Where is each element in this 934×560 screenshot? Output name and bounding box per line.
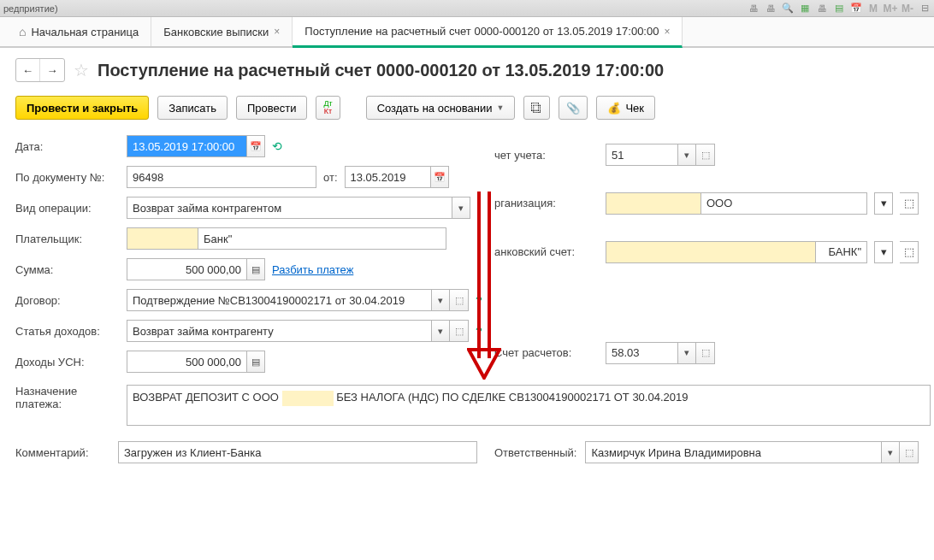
left-form: Дата: 13.05.2019 17:00:00 📅 ⟲ По докумен… xyxy=(15,135,477,373)
refresh-icon[interactable]: ⟲ xyxy=(272,139,282,153)
dropdown-icon[interactable]: ▾ xyxy=(431,320,450,342)
dropdown-icon[interactable]: ▾ xyxy=(677,342,696,364)
nav-buttons: ← → xyxy=(15,58,65,82)
tab-document[interactable]: Поступление на расчетный счет 0000-00012… xyxy=(293,17,683,48)
org-input[interactable]: ООО xyxy=(701,192,867,215)
account-input[interactable]: 51 xyxy=(606,144,677,166)
dropdown-icon[interactable]: ▾ xyxy=(874,192,893,215)
docnum-input[interactable]: 96498 xyxy=(127,166,316,188)
m-minus-icon[interactable]: M- xyxy=(901,3,913,15)
tab-bank-statements[interactable]: Банковские выписки × xyxy=(151,17,293,46)
min-icon[interactable]: ⊟ xyxy=(919,3,931,15)
forward-button[interactable]: → xyxy=(40,59,64,81)
open-icon[interactable]: ⬚ xyxy=(696,144,715,166)
responsible-label: Ответственный: xyxy=(494,446,576,459)
favorite-icon[interactable]: ☆ xyxy=(74,60,89,80)
right-form: чет учета: 51 ▾ ⬚ рганизация: ООО ▾ ⬚ ан… xyxy=(494,135,919,373)
open-icon[interactable]: ⬚ xyxy=(900,192,919,215)
dropdown-icon[interactable]: ▾ xyxy=(677,144,696,166)
usn-input[interactable]: 500 000,00 xyxy=(127,351,246,373)
back-button[interactable]: ← xyxy=(16,59,40,81)
sum-label: Сумма: xyxy=(15,263,118,276)
system-icons: 🖶 🖶 🔍 ▦ 🖶 ▤ 📅 M M+ M- ⊟ xyxy=(748,3,931,15)
attach-button[interactable]: 📎 xyxy=(559,96,588,120)
grid-icon[interactable]: ▦ xyxy=(799,3,811,15)
close-icon[interactable]: × xyxy=(274,26,280,38)
home-icon: ⌂ xyxy=(19,25,26,38)
comment-label: Комментарий: xyxy=(15,446,109,459)
post-and-close-button[interactable]: Провести и закрыть xyxy=(15,96,149,120)
sum-input[interactable]: 500 000,00 xyxy=(127,258,246,280)
date-input[interactable]: 13.05.2019 17:00:00 xyxy=(127,135,246,157)
print2-icon[interactable]: 🖶 xyxy=(765,3,777,15)
split-payment-link[interactable]: Разбить платеж xyxy=(272,263,353,276)
cheque-label: Чек xyxy=(625,102,644,115)
help-icon[interactable]: ? xyxy=(476,294,482,307)
dropdown-icon[interactable]: ▾ xyxy=(452,197,470,219)
save-button[interactable]: Записать xyxy=(157,96,228,120)
responsible-input[interactable]: Казмирчук Ирина Владимировна xyxy=(585,441,881,463)
open-icon[interactable]: ⬚ xyxy=(450,289,469,311)
calc-icon[interactable]: ▤ xyxy=(246,258,265,280)
account-label: чет учета: xyxy=(494,149,597,162)
bank-masked xyxy=(606,241,816,263)
dropdown-icon[interactable]: ▾ xyxy=(431,289,450,311)
m-plus-icon[interactable]: M+ xyxy=(884,3,896,15)
org-label: рганизация: xyxy=(494,197,597,209)
title-bar: редприятие) 🖶 🖶 🔍 ▦ 🖶 ▤ 📅 M M+ M- ⊟ xyxy=(0,0,934,17)
income-label: Статья доходов: xyxy=(15,325,118,338)
usn-label: Доходы УСН: xyxy=(15,356,118,368)
print3-icon[interactable]: 🖶 xyxy=(816,3,828,15)
dropdown-icon[interactable]: ▾ xyxy=(881,441,900,463)
print-icon[interactable]: 🖶 xyxy=(748,3,760,15)
date-label: Дата: xyxy=(15,140,118,153)
org-masked xyxy=(606,192,701,215)
date-picker-icon[interactable]: 📅 xyxy=(430,166,449,188)
payer-masked xyxy=(127,227,198,250)
cheque-icon: 💰 xyxy=(607,102,621,115)
contract-input[interactable]: Подтверждение №СВ13004190002171 от 30.04… xyxy=(127,289,431,311)
purpose-textarea[interactable]: ВОЗВРАТ ДЕПОЗИТ С ООО БЕЗ НАЛОГА (НДС) П… xyxy=(127,385,931,426)
bank-input[interactable]: БАНК" xyxy=(816,241,867,263)
doc-header: ← → ☆ Поступление на расчетный счет 0000… xyxy=(15,58,919,82)
tab-doc-label: Поступление на расчетный счет 0000-00012… xyxy=(304,25,659,38)
search-icon[interactable]: 🔍 xyxy=(782,3,794,15)
docnum-label: По документу №: xyxy=(15,171,118,184)
purpose-label: Назначение платежа: xyxy=(15,385,118,410)
payer-label: Плательщик: xyxy=(15,233,118,245)
purpose-part2: БЕЗ НАЛОГА (НДС) ПО СДЕЛКЕ СВ13004190002… xyxy=(334,391,689,404)
page-title: Поступление на расчетный счет 0000-00012… xyxy=(98,61,664,80)
dropdown-icon[interactable]: ▾ xyxy=(874,241,893,263)
open-icon[interactable]: ⬚ xyxy=(900,241,919,263)
open-icon[interactable]: ⬚ xyxy=(900,441,919,463)
calc-icon[interactable]: ▤ xyxy=(246,351,265,373)
toolbar: Провести и закрыть Записать Провести ДтК… xyxy=(15,96,919,120)
open-icon[interactable]: ⬚ xyxy=(450,320,469,342)
create-based-button[interactable]: Создать на основании ▼ xyxy=(366,96,516,120)
bank-label: анковский счет: xyxy=(494,245,597,258)
tab-home[interactable]: ⌂ Начальная страница xyxy=(7,17,151,46)
calc-icon[interactable]: ▤ xyxy=(833,3,845,15)
cheque-button[interactable]: 💰 Чек xyxy=(596,96,655,120)
help-icon[interactable]: ? xyxy=(476,325,482,338)
m-icon[interactable]: M xyxy=(867,3,879,15)
calendar-icon[interactable]: 📅 xyxy=(850,3,862,15)
ot-date-input[interactable]: 13.05.2019 xyxy=(345,166,430,188)
post-button[interactable]: Провести xyxy=(236,96,308,120)
purpose-part1: ВОЗВРАТ ДЕПОЗИТ С ООО xyxy=(133,391,282,404)
open-icon[interactable]: ⬚ xyxy=(696,342,715,364)
comment-input[interactable]: Загружен из Клиент-Банка xyxy=(118,441,477,463)
create-based-label: Создать на основании xyxy=(377,102,493,115)
dt-kt-button[interactable]: ДтКт xyxy=(316,96,340,120)
date-picker-icon[interactable]: 📅 xyxy=(246,135,265,157)
optype-input[interactable]: Возврат займа контрагентом xyxy=(127,197,452,219)
close-icon[interactable]: × xyxy=(664,26,670,38)
calc-account-input[interactable]: 58.03 xyxy=(606,342,677,364)
income-input[interactable]: Возврат займа контрагенту xyxy=(127,320,431,342)
window-title: редприятие) xyxy=(3,3,58,14)
contract-label: Договор: xyxy=(15,294,118,307)
optype-label: Вид операции: xyxy=(15,202,118,215)
payer-input[interactable]: Банк" xyxy=(198,227,446,250)
ot-label: от: xyxy=(323,171,338,184)
structure-button[interactable]: ⿻ xyxy=(523,96,550,120)
